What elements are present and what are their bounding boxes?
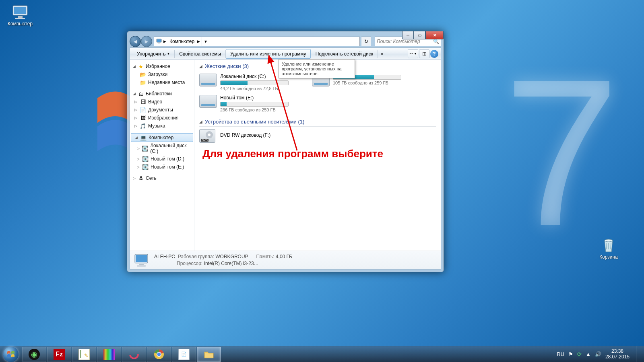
documents-icon: 📄 (140, 107, 146, 113)
star-icon: ★ (138, 63, 144, 70)
computer-icon (10, 4, 30, 20)
back-button[interactable]: ◄ (130, 36, 141, 47)
uninstall-change-program-button[interactable]: Удалить или изменить программу (226, 49, 311, 59)
folder-icon: 📂 (140, 71, 146, 78)
nav-network-header[interactable]: ▷🖧Сеть (130, 174, 194, 182)
tray-action-center-icon[interactable]: ⚑ (568, 351, 573, 357)
breadcrumb-computer[interactable]: Компьютер▶ (168, 37, 202, 46)
desktop-recycle-bin-icon[interactable]: Корзина (593, 237, 624, 260)
dvd-drive-f[interactable]: DVD RW дисковод (F:) (199, 129, 304, 144)
nav-volume-e[interactable]: ▷💽Новый том (E:) (130, 163, 194, 171)
removable-devices-header[interactable]: ◢Устройства со съемными носителями (1) (199, 118, 436, 127)
nav-computer[interactable]: ◢💻Компьютер (131, 133, 193, 142)
computer-icon: 💻 (140, 134, 147, 141)
svg-point-13 (130, 350, 138, 358)
taskbar-filezilla[interactable]: Fz (47, 347, 71, 362)
svg-rect-11 (139, 264, 144, 265)
taskbar-media-app[interactable] (97, 347, 121, 362)
nav-favorites-header[interactable]: ◢★Избранное (130, 62, 194, 70)
svg-point-4 (605, 239, 613, 242)
nav-documents[interactable]: ▷📄Документы (130, 106, 194, 114)
preview-pane-button[interactable]: ◫ (419, 49, 429, 58)
organize-button[interactable]: Упорядочить▼ (132, 49, 174, 59)
taskbar-explorer[interactable] (197, 347, 221, 362)
nav-local-disk-c[interactable]: ▷💽Локальный диск (C:) (130, 142, 194, 155)
document-icon: 📄 (178, 349, 190, 360)
minimize-button[interactable]: ─ (402, 31, 414, 39)
colorstrip-icon (103, 349, 115, 360)
desktop-computer-label: Компьютер (5, 21, 35, 27)
navigation-pane: ◢★Избранное 📂Загрузки 📁Недавние места ◢🗂… (130, 60, 194, 251)
start-orb-icon (3, 347, 19, 362)
nav-pictures[interactable]: ▷🖼Изображения (130, 114, 194, 122)
tray-chevron-icon[interactable]: ▲ (586, 351, 591, 357)
tray-volume-icon[interactable]: 🔊 (595, 351, 601, 357)
libraries-icon: 🗂 (138, 90, 144, 97)
taskbar: ◉ Fz ✎ 📄 RU ⚑ ⟳ ▲ 🔊 23:38 28.07.2015 (0, 346, 644, 362)
capacity-fill-c (221, 81, 248, 85)
drive-e[interactable]: Новый том (E:) 236 ГБ свободно из 259 ГБ (199, 95, 304, 112)
close-button[interactable]: ✕ (425, 31, 444, 39)
window-controls: ─ ▭ ✕ (402, 31, 444, 39)
taskbar-writer[interactable]: 📄 (172, 347, 196, 362)
breadcrumb-root[interactable]: ▶ (154, 37, 168, 46)
drive-icon: 💽 (142, 156, 149, 162)
tray-clock[interactable]: 23:38 28.07.2015 (605, 349, 630, 359)
address-bar[interactable]: ▶ Компьютер▶ ▾ (154, 37, 360, 46)
spiral-icon: ◉ (29, 349, 40, 360)
svg-rect-7 (158, 43, 160, 43)
search-icon[interactable]: 🔍 (433, 39, 439, 44)
nav-music[interactable]: ▷🎵Музыка (130, 122, 194, 130)
desktop-computer-icon[interactable]: Компьютер (5, 4, 35, 27)
recycle-bin-icon (599, 237, 618, 253)
computer-icon (133, 253, 149, 267)
notepad-icon: ✎ (78, 349, 90, 360)
taskbar-chrome[interactable] (147, 347, 171, 362)
spinner-icon (128, 349, 140, 360)
refresh-button[interactable]: ↻ (361, 37, 371, 46)
content-pane: ◢Жесткие диски (3) Локальный диск (C:) 4… (194, 60, 441, 251)
tray-date: 28.07.2015 (605, 354, 630, 360)
svg-point-16 (157, 352, 161, 356)
computer-icon (156, 38, 162, 45)
help-button[interactable]: ? (430, 50, 438, 58)
dvd-drive-icon (199, 129, 217, 144)
forward-button[interactable]: ► (141, 36, 152, 47)
show-desktop-button[interactable] (636, 346, 641, 362)
tray-time: 23:38 (605, 349, 630, 354)
pictures-icon: 🖼 (140, 115, 146, 121)
drive-icon: 💽 (142, 145, 148, 152)
drive-icon (199, 74, 217, 89)
address-dropdown[interactable]: ▾ (202, 37, 209, 46)
svg-rect-12 (137, 265, 146, 267)
maximize-button[interactable]: ▭ (414, 31, 425, 39)
capacity-bar (220, 102, 289, 107)
command-bar: Упорядочить▼ Свойства системы Удалить ил… (130, 48, 441, 60)
tray-language-indicator[interactable]: RU (557, 351, 564, 357)
svg-rect-6 (157, 39, 161, 42)
map-network-drive-button[interactable]: Подключить сетевой диск (311, 49, 378, 59)
network-icon: 🖧 (138, 175, 144, 181)
taskbar-notepad[interactable]: ✎ (72, 347, 96, 362)
svg-rect-10 (136, 255, 147, 262)
toolbar-overflow-button[interactable]: » (378, 49, 386, 59)
drive-icon: 💽 (142, 164, 149, 170)
system-properties-button[interactable]: Свойства системы (175, 49, 225, 59)
capacity-fill-e (221, 102, 227, 106)
start-button[interactable] (0, 346, 22, 362)
nav-downloads[interactable]: 📂Загрузки (130, 70, 194, 78)
video-icon: 🎞 (140, 99, 146, 105)
capacity-bar (220, 80, 289, 85)
search-placeholder: Поиск: Компьютер (377, 39, 420, 44)
view-mode-button[interactable]: ☷▼ (408, 49, 418, 58)
nav-libraries-header[interactable]: ◢🗂Библиотеки (130, 90, 194, 98)
taskbar-app-1[interactable]: ◉ (22, 347, 46, 362)
nav-volume-d[interactable]: ▷💽Новый том (D:) (130, 155, 194, 163)
details-pane: ALEH-PC Рабочая группа: WORKGROUP Память… (130, 251, 441, 269)
desktop-recycle-label: Корзина (593, 254, 624, 260)
folder-icon (203, 349, 215, 360)
taskbar-spinner-app[interactable] (122, 347, 146, 362)
tray-sync-icon[interactable]: ⟳ (577, 351, 582, 357)
nav-video[interactable]: ▷🎞Видео (130, 98, 194, 106)
nav-recent-places[interactable]: 📁Недавние места (130, 78, 194, 86)
